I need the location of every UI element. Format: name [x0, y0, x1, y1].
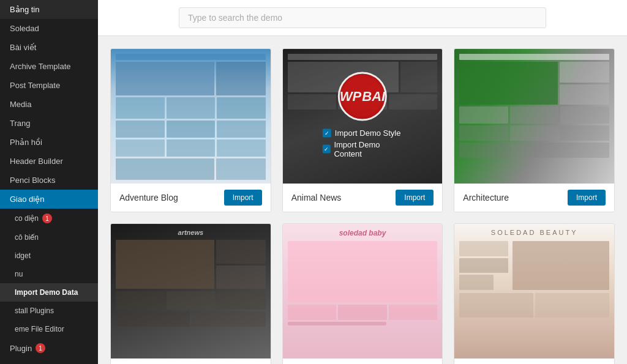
sidebar: Bảng tin Soledad Bài viết Archive Templa…: [0, 0, 98, 364]
overlay-logo: WPBAI: [338, 72, 387, 121]
checkbox-style: ✓: [323, 128, 331, 137]
import-button-architecture[interactable]: Import: [568, 190, 606, 206]
demo-thumb-soledad-baby: soledad baby: [283, 224, 443, 358]
demo-card-soledad-baby: soledad baby Soledad Baby: [282, 223, 443, 364]
sidebar-item-archive-template[interactable]: Archive Template: [0, 57, 98, 76]
demo-card-adventure: Adventure Blog Import: [110, 48, 271, 212]
sidebar-item-post-template[interactable]: Post Template: [0, 76, 98, 95]
plugin-badge: 1: [36, 343, 45, 353]
search-input[interactable]: [179, 7, 546, 28]
import-button-adventure[interactable]: Import: [224, 190, 262, 206]
chevron-right-icon: ◀: [83, 196, 88, 202]
demo-card-artnews: artnews: [110, 223, 271, 364]
demo-card-footer-animal: Animal News Import: [283, 184, 443, 212]
sidebar-item-co-dien[interactable]: co diện 1: [0, 209, 98, 228]
sidebar-item-all-plugins[interactable]: stall Plugins: [0, 302, 98, 320]
search-bar: [98, 0, 627, 36]
sidebar-item-giao-dien[interactable]: Giao diện ◀: [0, 190, 98, 209]
demo-thumb-artnews: artnews: [111, 224, 271, 358]
sidebar-item-phan-hoi[interactable]: Phản hồi: [0, 133, 98, 152]
sidebar-item-import-demo-data[interactable]: Import Demo Data: [0, 283, 98, 302]
sidebar-item-bang-tin[interactable]: Bảng tin: [0, 0, 98, 19]
demo-card-footer-soledad-baby: Soledad Baby: [283, 358, 443, 364]
demo-card-footer-soledad-beauty: Soledad Beauty: [454, 358, 614, 364]
demo-card-footer-architecture: Architecture Import: [454, 184, 614, 212]
sidebar-item-trang[interactable]: Trang: [0, 114, 98, 133]
sidebar-item-soledad[interactable]: Soledad: [0, 19, 98, 38]
sidebar-item-co-bien[interactable]: cô biến: [0, 228, 98, 247]
demo-title-animal: Animal News: [291, 193, 342, 202]
sidebar-item-header-builder[interactable]: Header Builder: [0, 152, 98, 171]
demo-overlay-animal: WPBAI ✓ Import Demo Style ✓ Import Demo …: [323, 72, 402, 161]
sidebar-item-thanh-vien[interactable]: Thành viên: [0, 358, 98, 364]
sidebar-item-nu[interactable]: nu: [0, 265, 98, 283]
import-button-animal[interactable]: Import: [396, 190, 434, 206]
sidebar-item-penci-blocks[interactable]: Penci Blocks: [0, 171, 98, 190]
demo-title-architecture: Architecture: [463, 193, 509, 202]
sidebar-item-plugin[interactable]: Plugin 1: [0, 338, 98, 358]
demo-thumb-soledad-beauty: SOLEDAD BEAUTY: [454, 224, 614, 358]
demo-card-footer-adventure: Adventure Blog Import: [111, 184, 271, 212]
demo-thumb-animal: WPBAI ✓ Import Demo Style ✓ Import Demo …: [283, 49, 443, 184]
notification-badge: 1: [42, 214, 52, 223]
overlay-checkboxes: ✓ Import Demo Style ✓ Import Demo Conten…: [323, 128, 402, 158]
demo-thumb-architecture: [454, 49, 614, 184]
sidebar-item-theme-file-editor[interactable]: eme File Editor: [0, 320, 98, 338]
sidebar-item-media[interactable]: Media: [0, 95, 98, 114]
checkbox-content: ✓: [323, 145, 331, 154]
demo-thumb-adventure: [111, 49, 271, 184]
demo-card-animal: WPBAI ✓ Import Demo Style ✓ Import Demo …: [282, 48, 443, 212]
sidebar-item-bai-viet[interactable]: Bài viết: [0, 38, 98, 57]
demo-grid: Adventure Blog Import: [98, 36, 627, 364]
demo-title-adventure: Adventure Blog: [119, 193, 178, 202]
demo-card-architecture: Architecture Import: [454, 48, 615, 212]
demo-card-footer-artnews: Art News: [111, 358, 271, 364]
sidebar-item-idget[interactable]: idget: [0, 247, 98, 265]
main-content: Adventure Blog Import: [98, 0, 627, 364]
demo-card-soledad-beauty: SOLEDAD BEAUTY: [454, 223, 615, 364]
